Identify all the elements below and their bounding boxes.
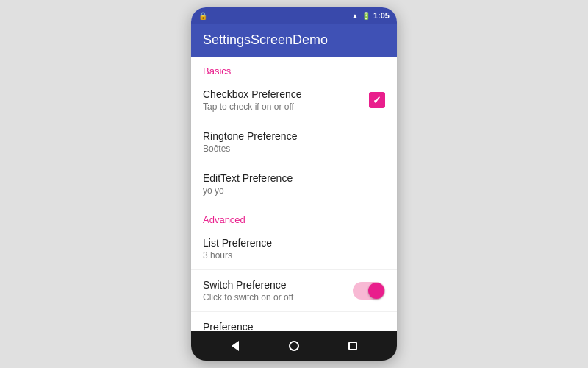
list-pref-text: List Preference 3 hours <box>203 237 385 261</box>
ringtone-preference-item[interactable]: Ringtone Preference Boôtes <box>191 121 397 163</box>
toggle-switch[interactable] <box>353 282 385 300</box>
generic-pref-text: Preference Click to start an activity <box>203 321 385 331</box>
switch-preference-item[interactable]: Switch Preference Click to switch on or … <box>191 270 397 312</box>
recents-square-icon <box>348 342 357 350</box>
status-time: 1:05 <box>373 11 390 20</box>
toolbar-title: SettingsScreenDemo <box>203 32 328 47</box>
list-pref-title: List Preference <box>203 237 385 249</box>
checkbox-pref-subtitle: Tap to check if on or off <box>203 102 369 112</box>
list-pref-subtitle: 3 hours <box>203 250 385 261</box>
back-arrow-icon <box>232 341 239 351</box>
ringtone-pref-text: Ringtone Preference Boôtes <box>203 130 385 154</box>
switch-pref-title: Switch Preference <box>203 279 353 291</box>
edittext-preference-item[interactable]: EditText Preference yo yo <box>191 163 397 205</box>
phone-frame: 🔒 ▲ 🔋 1:05 SettingsScreenDemo Basics Che… <box>191 7 397 361</box>
checkbox-pref-text: Checkbox Preference Tap to check if on o… <box>203 88 369 112</box>
switch-pref-subtitle: Click to switch on or off <box>203 292 353 302</box>
toolbar: SettingsScreenDemo <box>191 24 397 57</box>
edittext-pref-subtitle: yo yo <box>203 185 385 196</box>
content-area: Basics Checkbox Preference Tap to check … <box>191 57 397 331</box>
recents-button[interactable] <box>342 335 364 357</box>
edittext-pref-text: EditText Preference yo yo <box>203 172 385 196</box>
ringtone-pref-subtitle: Boôtes <box>203 144 385 154</box>
checkbox-preference-item[interactable]: Checkbox Preference Tap to check if on o… <box>191 79 397 121</box>
home-button[interactable] <box>283 335 305 357</box>
lock-icon: 🔒 <box>198 12 207 20</box>
checkbox-icon[interactable] <box>369 92 385 108</box>
signal-icon: ▲ <box>351 12 359 20</box>
edittext-pref-title: EditText Preference <box>203 172 385 184</box>
switch-pref-text: Switch Preference Click to switch on or … <box>203 279 353 302</box>
checkbox-pref-title: Checkbox Preference <box>203 88 369 100</box>
toggle-knob <box>368 283 384 299</box>
battery-icon: 🔋 <box>362 12 370 20</box>
list-preference-item[interactable]: List Preference 3 hours <box>191 228 397 270</box>
nav-bar <box>191 331 397 361</box>
ringtone-pref-title: Ringtone Preference <box>203 130 385 142</box>
generic-preference-item[interactable]: Preference Click to start an activity <box>191 312 397 331</box>
back-button[interactable] <box>224 335 246 357</box>
section-header-basics: Basics <box>191 57 397 79</box>
section-header-advanced: Advanced <box>191 205 397 228</box>
home-circle-icon <box>289 341 299 351</box>
generic-pref-title: Preference <box>203 321 385 331</box>
status-bar: 🔒 ▲ 🔋 1:05 <box>191 7 397 24</box>
